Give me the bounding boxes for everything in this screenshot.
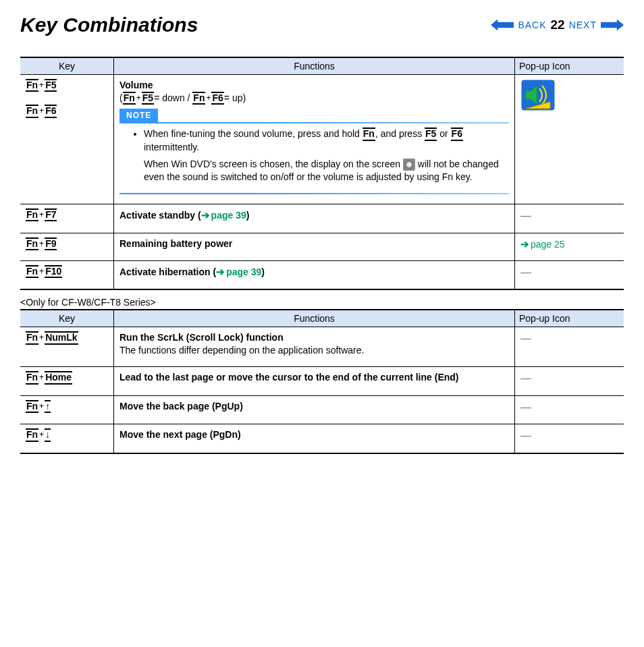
keycap-fn: Fn: [26, 105, 38, 117]
keycap-fn: Fn: [26, 79, 38, 92]
back-arrow-icon[interactable]: [491, 18, 514, 32]
note-label: NOTE: [119, 109, 158, 122]
link-arrow-icon: ➔: [201, 209, 210, 221]
th-icon: Pop-up Icon: [515, 310, 624, 327]
no-icon: —: [520, 333, 531, 344]
text: = up): [224, 92, 246, 103]
keycap-numlk: NumLk: [45, 331, 78, 344]
next-link[interactable]: NEXT: [569, 20, 597, 30]
keycap-fn: Fn: [26, 331, 38, 344]
next-arrow-icon[interactable]: [601, 18, 624, 32]
key-table-2: Key Functions Pop-up Icon Fn+NumLk Run t…: [20, 309, 624, 454]
table-row: Fn+F5 Fn+F6 Volume (Fn+F5= down / Fn+F6=…: [20, 75, 624, 204]
keycap-fn: Fn: [26, 265, 38, 278]
th-func: Functions: [114, 310, 515, 327]
func-text: Move the back page (PgUp): [119, 401, 243, 412]
link-arrow-icon: ➔: [520, 238, 529, 250]
keycap-fn: Fn: [26, 237, 38, 250]
th-icon: Pop-up Icon: [515, 57, 624, 75]
table-row: Fn+F10 Activate hibernation (➔page 39) —: [20, 260, 624, 289]
table-row: Fn+NumLk Run the ScrLk (Scroll Lock) fun…: [20, 327, 624, 367]
note-bullet: When fine-tuning the sound volume, press…: [144, 128, 509, 183]
no-icon: —: [520, 430, 531, 441]
link-arrow-icon: ➔: [216, 266, 225, 277]
keycap-f9: F9: [45, 237, 57, 250]
func-sub: The functions differ depending on the ap…: [119, 345, 364, 356]
svg-marker-0: [491, 20, 514, 31]
key-table-1: Key Functions Pop-up Icon Fn+F5 Fn+F6 Vo…: [20, 57, 624, 290]
func-text: Activate standby (: [119, 210, 201, 221]
func-text: Move the next page (PgDn): [119, 429, 241, 440]
func-title: Volume: [119, 80, 153, 90]
keycap-f5: F5: [45, 79, 57, 92]
page-link[interactable]: page 25: [531, 239, 565, 250]
func-text: Run the ScrLk (Scroll Lock) function: [119, 332, 284, 343]
note-divider: [119, 193, 509, 194]
note-body: When fine-tuning the sound volume, press…: [119, 123, 509, 192]
page-link[interactable]: page 39: [211, 210, 246, 221]
func-text: Remaining battery power: [119, 238, 232, 249]
keycap-f6: F6: [211, 92, 223, 105]
th-key: Key: [20, 57, 114, 75]
no-icon: —: [520, 210, 531, 221]
table-row: Fn+F7 Activate standby (➔page 39) —: [20, 204, 624, 233]
keycap-down-arrow: ↓: [45, 428, 51, 441]
series-note: <Only for CF-W8/CF-T8 Series>: [20, 297, 624, 308]
keycap-f6: F6: [45, 105, 57, 117]
page-nav: BACK 22 NEXT: [491, 18, 624, 32]
keycap-f10: F10: [45, 265, 62, 278]
func-text: Activate hibernation (: [119, 266, 216, 277]
no-icon: —: [520, 401, 531, 413]
text: = down /: [154, 92, 192, 103]
func-text: Lead to the last page or move the cursor…: [119, 372, 459, 383]
th-func: Functions: [114, 57, 515, 75]
page-header: Key Combinations BACK 22 NEXT: [20, 13, 624, 36]
keycap-f7: F7: [45, 208, 57, 221]
table-row: Fn+F9 Remaining battery power ➔page 25: [20, 233, 624, 260]
no-icon: —: [520, 372, 531, 384]
no-icon: —: [520, 266, 531, 278]
th-key: Key: [20, 310, 114, 327]
keycap-fn: Fn: [26, 400, 38, 413]
table-row: Fn+↑ Move the back page (PgUp) —: [20, 395, 624, 424]
keycap-fn: Fn: [123, 92, 136, 105]
volume-popup-icon: [520, 79, 556, 111]
keycap-fn: Fn: [26, 208, 38, 221]
page-link[interactable]: page 39: [226, 266, 261, 277]
keycap-fn: Fn: [26, 428, 38, 441]
keycap-f5: F5: [142, 92, 154, 105]
table-row: Fn+Home Lead to the last page or move th…: [20, 367, 624, 396]
page-title: Key Combinations: [20, 13, 198, 36]
back-link[interactable]: BACK: [518, 20, 546, 30]
table-row: Fn+↓ Move the next page (PgDn) —: [20, 424, 624, 453]
keycap-up-arrow: ↑: [45, 400, 51, 413]
keycap-home: Home: [45, 371, 72, 384]
keycap-fn: Fn: [26, 371, 38, 384]
svg-marker-1: [601, 20, 624, 31]
page-number: 22: [551, 18, 565, 32]
keycap-fn: Fn: [192, 92, 205, 105]
speaker-icon: [403, 159, 415, 171]
